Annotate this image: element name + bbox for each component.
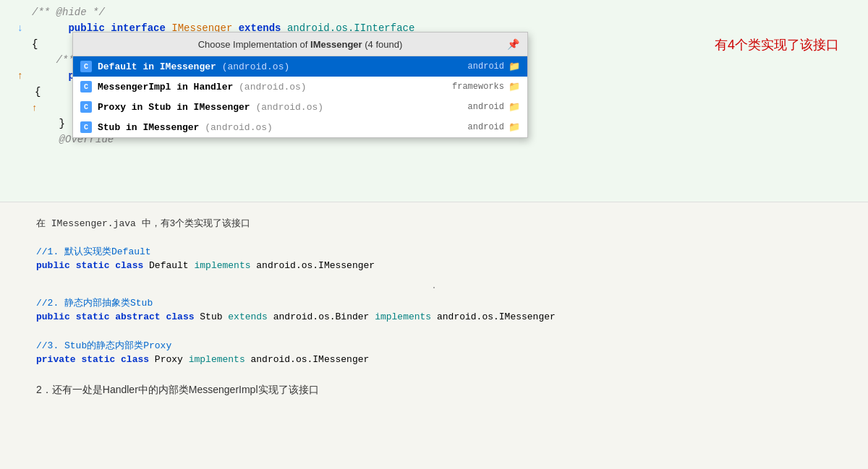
line-gutter-5: ↑ xyxy=(0,70,29,82)
class-icon-2: C xyxy=(80,81,92,92)
item-location-1: android xyxy=(468,61,504,72)
item-name-4: Stub in IMessenger (android.os) xyxy=(98,122,468,133)
autocomplete-item-3[interactable]: C Proxy in Stub in IMessenger (android.o… xyxy=(73,97,527,117)
section3-code: private static class Proxy implements an… xyxy=(36,352,832,368)
section2-comment: //2. 静态内部抽象类Stub xyxy=(36,296,832,309)
section1-code: public static class Default implements a… xyxy=(36,258,832,274)
section4: 2．还有一处是Handler中的内部类MessengerImpl实现了该接口 xyxy=(36,381,832,399)
intro-section: 在 IMessenger.java 中，有3个类实现了该接口 xyxy=(36,214,832,232)
line-gutter-2: ↓ xyxy=(0,22,29,34)
class-icon-1: C xyxy=(80,61,92,72)
autocomplete-item-2[interactable]: C MessengerImpl in Handler (android.os) … xyxy=(73,77,527,97)
item-name-3: Proxy in Stub in IMessenger (android.os) xyxy=(98,102,468,113)
code-editor: /** @hide */ ↓ public interface IMesseng… xyxy=(0,0,868,202)
section3-comment: //3. Stub的静态内部类Proxy xyxy=(36,339,832,352)
popup-bold-text: IMessenger xyxy=(310,39,362,50)
code-text-extra-3: } xyxy=(32,116,65,132)
item-name-1: Default in IMessenger (android.os) xyxy=(98,61,468,72)
item-location-4: android xyxy=(468,122,504,132)
pin-icon[interactable]: 📌 xyxy=(506,37,520,51)
class-icon-4: C xyxy=(80,121,92,133)
file-icon-3: 📁 xyxy=(509,101,520,113)
section2-code: public static abstract class Stub extend… xyxy=(36,309,832,325)
file-icon-2: 📁 xyxy=(509,81,520,92)
autocomplete-popup: Choose Implementation of IMessenger (4 f… xyxy=(72,32,528,138)
section3: //3. Stub的静态内部类Proxy private static clas… xyxy=(36,339,832,368)
autocomplete-item-4[interactable]: C Stub in IMessenger (android.os) androi… xyxy=(73,117,527,137)
item-name-2: MessengerImpl in Handler (android.os) xyxy=(98,82,452,92)
item-location-3: android xyxy=(468,102,504,112)
section2: //2. 静态内部抽象类Stub public static abstract … xyxy=(36,296,832,325)
class-icon-3: C xyxy=(80,101,92,113)
file-icon-1: 📁 xyxy=(509,61,520,72)
popup-header: Choose Implementation of IMessenger (4 f… xyxy=(73,33,527,56)
intro-text: 在 IMessenger.java 中，有3个类实现了该接口 xyxy=(36,214,832,232)
file-icon-4: 📁 xyxy=(509,121,520,133)
main-content: 在 IMessenger.java 中，有3个类实现了该接口 //1. 默认实现… xyxy=(0,202,868,416)
autocomplete-item-1[interactable]: C Default in IMessenger (android.os) and… xyxy=(73,56,527,77)
section4-text: 2．还有一处是Handler中的内部类MessengerImpl实现了该接口 xyxy=(36,381,832,399)
item-location-2: frameworks xyxy=(452,82,504,92)
red-annotation: 有4个类实现了该接口 xyxy=(715,36,839,53)
section1-comment: //1. 默认实现类Default xyxy=(36,245,832,258)
dot-separator: · xyxy=(36,280,832,295)
popup-header-text: Choose Implementation of IMessenger (4 f… xyxy=(95,39,506,50)
code-text-3: { xyxy=(29,36,38,52)
section1: //1. 默认实现类Default public static class De… xyxy=(36,245,832,274)
